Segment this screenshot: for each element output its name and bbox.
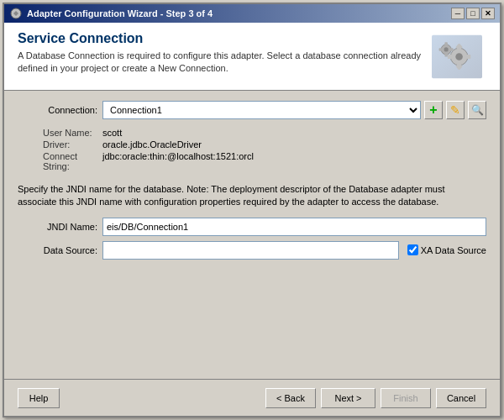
connection-select[interactable]: Connection1 <box>102 101 421 119</box>
window-controls: ─ □ ✕ <box>451 8 495 19</box>
footer: Help < Back Next > Finish Cancel <box>4 379 500 416</box>
cancel-button[interactable]: Cancel <box>436 388 486 408</box>
connection-select-wrapper: Connection1 <box>102 101 421 119</box>
svg-rect-16 <box>439 48 443 50</box>
svg-point-13 <box>444 47 449 51</box>
header-text: Service Connection A Database Connection… <box>18 31 428 76</box>
finish-button[interactable]: Finish <box>381 388 431 408</box>
next-button[interactable]: Next > <box>321 388 375 408</box>
minimize-button[interactable]: ─ <box>451 8 465 19</box>
content-area: Service Connection A Database Connection… <box>4 23 500 416</box>
title-bar: Adapter Configuration Wizard - Step 3 of… <box>4 4 500 23</box>
datasource-label: Data Source: <box>18 245 97 255</box>
close-button[interactable]: ✕ <box>481 8 495 19</box>
back-button[interactable]: < Back <box>265 388 316 408</box>
search-connection-button[interactable]: 🔍 <box>468 101 486 119</box>
window-title: Adapter Configuration Wizard - Step 3 of… <box>27 8 213 18</box>
xa-datasource-row: XA Data Source <box>407 244 486 255</box>
header-icon-area <box>428 31 486 81</box>
username-label: User Name: <box>18 128 97 138</box>
main-content: Connection: Connection1 + ✎ 🔍 User Name:… <box>4 91 500 379</box>
connect-string-value: jdbc:oracle:thin:@localhost:1521:orcl <box>102 151 486 171</box>
footer-right: < Back Next > Finish Cancel <box>265 388 486 408</box>
svg-point-3 <box>455 53 463 60</box>
header-description: A Database Connection is required to con… <box>18 50 428 76</box>
jndi-input[interactable] <box>102 218 486 236</box>
svg-rect-15 <box>444 53 447 56</box>
jndi-description: Specify the JNDI name for the database. … <box>18 183 486 209</box>
datasource-input[interactable] <box>102 241 399 260</box>
page-title: Service Connection <box>18 31 428 46</box>
svg-rect-7 <box>465 54 470 58</box>
maximize-button[interactable]: □ <box>466 8 480 19</box>
jndi-row: JNDI Name: <box>18 218 486 236</box>
edit-connection-button[interactable]: ✎ <box>446 101 465 119</box>
xa-datasource-checkbox[interactable] <box>407 244 418 255</box>
driver-value: oracle.jdbc.OracleDriver <box>102 139 486 150</box>
svg-rect-17 <box>449 48 453 50</box>
datasource-row: Data Source: XA Data Source <box>18 241 486 260</box>
gear-icon <box>432 34 482 80</box>
connection-row: Connection: Connection1 + ✎ 🔍 <box>18 101 486 119</box>
driver-label: Driver: <box>18 139 97 150</box>
wizard-window: Adapter Configuration Wizard - Step 3 of… <box>3 3 501 417</box>
username-value: scott <box>102 128 486 138</box>
connection-label: Connection: <box>18 105 97 115</box>
header-section: Service Connection A Database Connection… <box>4 23 500 91</box>
help-button[interactable]: Help <box>18 388 60 408</box>
xa-datasource-label: XA Data Source <box>421 245 486 255</box>
connection-controls: Connection1 + ✎ 🔍 <box>102 101 486 119</box>
connect-string-label: Connect String: <box>18 151 97 171</box>
connection-info: User Name: scott Driver: oracle.jdbc.Ora… <box>18 124 486 175</box>
svg-rect-14 <box>444 42 447 45</box>
add-connection-button[interactable]: + <box>424 101 443 119</box>
jndi-label: JNDI Name: <box>18 222 97 232</box>
footer-left: Help <box>18 388 60 408</box>
svg-rect-6 <box>448 54 454 58</box>
window-icon <box>9 7 23 20</box>
